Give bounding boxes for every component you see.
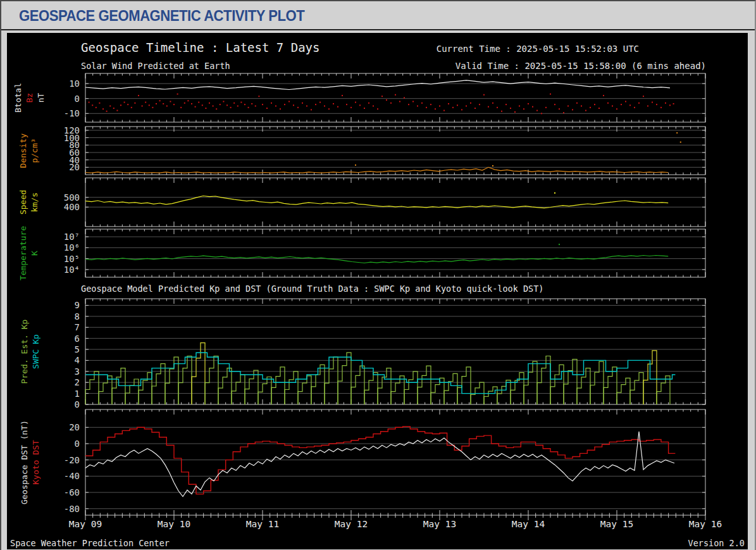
svg-text:3: 3: [75, 366, 80, 377]
footer-source-label: Space Weather Prediction Center: [10, 538, 170, 548]
svg-text:9: 9: [75, 300, 80, 310]
svg-text:-80: -80: [64, 504, 80, 514]
svg-text:May 11: May 11: [246, 519, 279, 529]
svg-text:Geospace DST (nT): Geospace DST (nT): [20, 420, 29, 504]
svg-text:-40: -40: [64, 471, 80, 481]
svg-text:-60: -60: [64, 487, 80, 497]
svg-text:Pred. Est. Kp: Pred. Est. Kp: [20, 319, 29, 384]
page: GEOSPACE GEOMAGNETIC ACTIVITY PLOT 100-1…: [0, 0, 756, 550]
svg-text:1: 1: [75, 389, 80, 399]
chart-title: Geospace Timeline : Latest 7 Days: [81, 41, 320, 54]
svg-text:nT: nT: [36, 93, 46, 103]
svg-text:-10: -10: [64, 108, 80, 118]
svg-text:Btotal: Btotal: [13, 83, 23, 113]
svg-text:May 14: May 14: [512, 519, 545, 529]
svg-text:Speed: Speed: [18, 190, 28, 215]
svg-text:10⁴: 10⁴: [64, 265, 80, 275]
geomagnetic-plot: 100-10BtotalBznT12010080604020Densityp/c…: [7, 33, 748, 549]
page-header: GEOSPACE GEOMAGNETIC ACTIVITY PLOT: [1, 1, 755, 30]
svg-text:500: 500: [64, 192, 80, 203]
svg-text:4: 4: [75, 355, 80, 365]
svg-text:Density: Density: [18, 133, 28, 168]
svg-text:0: 0: [75, 94, 80, 104]
svg-text:20: 20: [69, 162, 80, 172]
svg-text:10⁷: 10⁷: [64, 232, 80, 242]
svg-text:5: 5: [75, 344, 80, 354]
svg-text:May 16: May 16: [689, 519, 722, 529]
solar-wind-subtitle: Solar Wind Predicted at Earth: [81, 61, 230, 71]
svg-text:km/s: km/s: [30, 192, 39, 212]
svg-text:10: 10: [69, 78, 80, 89]
svg-text:Kyoto DST: Kyoto DST: [31, 440, 40, 485]
svg-text:-20: -20: [64, 455, 80, 465]
svg-text:May 09: May 09: [69, 519, 102, 529]
current-time-label: Current Time : 2025-05-15 15:52:03 UTC: [437, 44, 639, 54]
svg-text:6: 6: [75, 334, 80, 344]
svg-text:10⁶: 10⁶: [64, 242, 80, 253]
svg-text:8: 8: [75, 311, 80, 322]
svg-text:May 10: May 10: [158, 519, 190, 529]
svg-text:Bz: Bz: [25, 93, 34, 103]
page-title: GEOSPACE GEOMAGNETIC ACTIVITY PLOT: [19, 7, 696, 25]
svg-text:0: 0: [75, 399, 80, 409]
kp-dst-section-title: Geospace Model Predicted Kp and DST (Gro…: [81, 284, 544, 294]
svg-text:7: 7: [75, 322, 80, 332]
svg-text:2: 2: [75, 377, 80, 387]
svg-text:K: K: [30, 251, 39, 256]
valid-time-label: Valid Time : 2025-05-15 15:58:00 (6 mins…: [455, 61, 706, 71]
svg-text:SWPC Kp: SWPC Kp: [31, 334, 40, 369]
svg-text:p/cm³: p/cm³: [30, 138, 39, 163]
svg-text:Temperature: Temperature: [18, 226, 28, 280]
svg-text:20: 20: [69, 422, 80, 432]
svg-text:400: 400: [64, 202, 80, 212]
svg-text:May 12: May 12: [335, 519, 368, 529]
svg-text:May 15: May 15: [600, 519, 633, 529]
svg-text:0: 0: [75, 439, 80, 449]
svg-text:May 13: May 13: [423, 519, 456, 529]
svg-text:10⁵: 10⁵: [64, 254, 80, 264]
footer-version-label: Version 2.0: [688, 538, 745, 548]
